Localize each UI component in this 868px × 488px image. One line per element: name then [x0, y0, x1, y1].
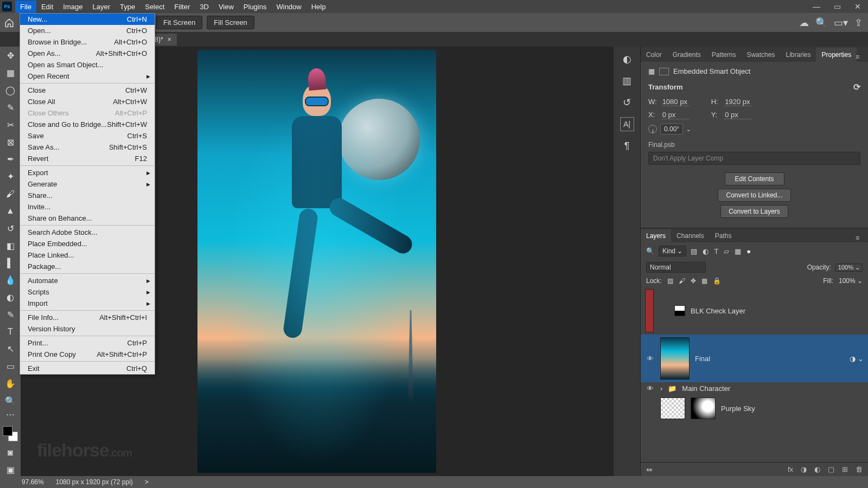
- artboard-tool-icon[interactable]: ▦: [4, 67, 17, 79]
- filter-shape-icon[interactable]: ▱: [724, 247, 729, 255]
- dodge-tool-icon[interactable]: ◐: [4, 292, 17, 304]
- move-tool-icon[interactable]: ✥: [4, 50, 17, 62]
- menu-item-place-embedded[interactable]: Place Embedded...: [20, 238, 155, 249]
- height-input[interactable]: 1920 px: [724, 98, 752, 106]
- delete-layer-icon[interactable]: 🗑: [856, 465, 863, 473]
- filter-smart-icon[interactable]: ▦: [735, 247, 741, 255]
- tab-patterns[interactable]: Patterns: [706, 48, 742, 62]
- workspace-icon[interactable]: ▭▾: [834, 17, 848, 29]
- menu-item-share-on-behance[interactable]: Share on Behance...: [20, 213, 155, 224]
- menu-view[interactable]: View: [214, 1, 239, 13]
- menu-item-save[interactable]: SaveCtrl+S: [20, 130, 155, 142]
- lock-all-icon[interactable]: 🔒: [713, 277, 721, 285]
- gradient-tool-icon[interactable]: ▌: [4, 257, 17, 269]
- fill-input[interactable]: 100% ⌄: [839, 277, 863, 285]
- path-tool-icon[interactable]: ↖: [4, 343, 17, 355]
- menu-item-export[interactable]: Export▶: [20, 167, 155, 178]
- hand-tool-icon[interactable]: ✋: [4, 378, 17, 390]
- layer-row[interactable]: Purple Sky: [641, 395, 868, 422]
- panel-menu-icon[interactable]: ≡: [850, 232, 865, 245]
- menu-item-package[interactable]: Package...: [20, 261, 155, 272]
- layer-comp-select[interactable]: Don't Apply Layer Comp: [648, 152, 860, 165]
- filter-type-icon[interactable]: T: [714, 247, 718, 255]
- lasso-tool-icon[interactable]: ◯: [4, 85, 17, 97]
- layer-name[interactable]: Main Character: [682, 384, 730, 393]
- menu-item-close[interactable]: CloseCtrl+W: [20, 85, 155, 96]
- angle-input[interactable]: 0.00°: [660, 124, 683, 134]
- tab-swatches[interactable]: Swatches: [741, 48, 780, 62]
- cloud-user-icon[interactable]: ☁: [799, 17, 809, 29]
- lock-paint-icon[interactable]: 🖌: [679, 277, 685, 285]
- blend-mode-select[interactable]: Normal: [646, 262, 706, 273]
- y-input[interactable]: 0 px: [724, 111, 752, 119]
- menu-item-open[interactable]: Open...Ctrl+O: [20, 25, 155, 36]
- menu-item-close-all[interactable]: Close AllAlt+Ctrl+W: [20, 96, 155, 107]
- visibility-icon[interactable]: 👁: [645, 355, 655, 363]
- width-input[interactable]: 1080 px: [661, 98, 690, 106]
- layer-name[interactable]: Purple Sky: [721, 404, 755, 413]
- menu-item-file-info[interactable]: File Info...Alt+Shift+Ctrl+I: [20, 312, 155, 323]
- libraries-icon[interactable]: ▥: [620, 74, 634, 88]
- status-disclosure-icon[interactable]: >: [145, 478, 149, 486]
- menu-item-share[interactable]: Share...: [20, 190, 155, 201]
- menu-item-exit[interactable]: ExitCtrl+Q: [20, 363, 155, 374]
- filter-pixel-icon[interactable]: ▨: [691, 247, 697, 255]
- eyedropper-tool-icon[interactable]: ✒: [4, 153, 17, 165]
- screen-mode-icon[interactable]: ▣: [4, 464, 17, 476]
- edit-contents-button[interactable]: Edit Contents: [725, 172, 784, 185]
- fill-screen-button[interactable]: Fill Screen: [207, 16, 254, 29]
- tab-paths[interactable]: Paths: [710, 229, 737, 242]
- menu-layer[interactable]: Layer: [88, 1, 116, 13]
- quick-select-tool-icon[interactable]: ✎: [4, 101, 17, 113]
- link-layers-icon[interactable]: ⇔: [646, 465, 653, 474]
- menu-edit[interactable]: Edit: [36, 1, 58, 13]
- layer-row[interactable]: BLK Check Layer: [641, 287, 868, 335]
- menu-help[interactable]: Help: [307, 1, 331, 13]
- zoom-level[interactable]: 97.66%: [22, 478, 44, 486]
- history-brush-tool-icon[interactable]: ↺: [4, 222, 17, 234]
- layer-row[interactable]: 👁 › 📁 Main Character: [641, 382, 868, 395]
- disclosure-icon[interactable]: ›: [660, 384, 662, 393]
- layer-row[interactable]: 👁 Final ◑ ⌄: [641, 335, 868, 382]
- eraser-tool-icon[interactable]: ◧: [4, 240, 17, 252]
- layer-name[interactable]: Final: [695, 355, 710, 363]
- menu-item-generate[interactable]: Generate▶: [20, 178, 155, 190]
- angle-dropdown-icon[interactable]: ⌄: [686, 126, 691, 132]
- menu-file[interactable]: File: [15, 1, 36, 13]
- fx-icon[interactable]: fx: [788, 465, 793, 473]
- new-layer-icon[interactable]: ⊞: [842, 465, 848, 473]
- menu-item-open-as-smart-object[interactable]: Open as Smart Object...: [20, 59, 155, 70]
- menu-select[interactable]: Select: [140, 1, 169, 13]
- menu-window[interactable]: Window: [271, 1, 306, 13]
- convert-linked-button[interactable]: Convert to Linked...: [718, 189, 790, 202]
- shape-tool-icon[interactable]: ▭: [4, 361, 17, 373]
- reset-icon[interactable]: ⟳: [853, 82, 860, 92]
- menu-item-open-recent[interactable]: Open Recent▶: [20, 70, 155, 82]
- filter-toggle-icon[interactable]: ●: [746, 247, 751, 255]
- quick-mask-icon[interactable]: ◙: [4, 447, 17, 459]
- menu-item-import[interactable]: Import▶: [20, 298, 155, 309]
- history-icon[interactable]: ↺: [620, 95, 634, 110]
- menu-item-close-and-go-to-bridge[interactable]: Close and Go to Bridge...Shift+Ctrl+W: [20, 119, 155, 130]
- menu-item-print[interactable]: Print...Ctrl+P: [20, 337, 155, 349]
- angle-icon[interactable]: [648, 125, 657, 133]
- home-icon[interactable]: [3, 17, 15, 29]
- adjustments-icon[interactable]: ◐: [620, 52, 634, 66]
- character-icon[interactable]: A|: [620, 117, 634, 131]
- panel-menu-icon[interactable]: ≡: [850, 50, 865, 64]
- tab-color[interactable]: Color: [641, 48, 667, 62]
- menu-item-browse-in-bridge[interactable]: Browse in Bridge...Alt+Ctrl+O: [20, 36, 155, 48]
- crop-tool-icon[interactable]: ✂: [4, 119, 17, 131]
- share-icon[interactable]: ⇪: [854, 17, 863, 29]
- adjustment-layer-icon[interactable]: ◐: [814, 465, 820, 473]
- document-tab-close-icon[interactable]: ×: [168, 36, 171, 43]
- layer-name[interactable]: BLK Check Layer: [691, 307, 745, 315]
- filter-kind-select[interactable]: Kind ⌄: [659, 246, 686, 256]
- menu-image[interactable]: Image: [58, 1, 87, 13]
- menu-item-automate[interactable]: Automate▶: [20, 275, 155, 286]
- color-swatch[interactable]: [3, 426, 18, 441]
- visibility-icon[interactable]: 👁: [645, 384, 655, 393]
- menu-type[interactable]: Type: [115, 1, 140, 13]
- stamp-tool-icon[interactable]: ▲: [4, 205, 17, 217]
- brush-tool-icon[interactable]: 🖌: [4, 188, 17, 200]
